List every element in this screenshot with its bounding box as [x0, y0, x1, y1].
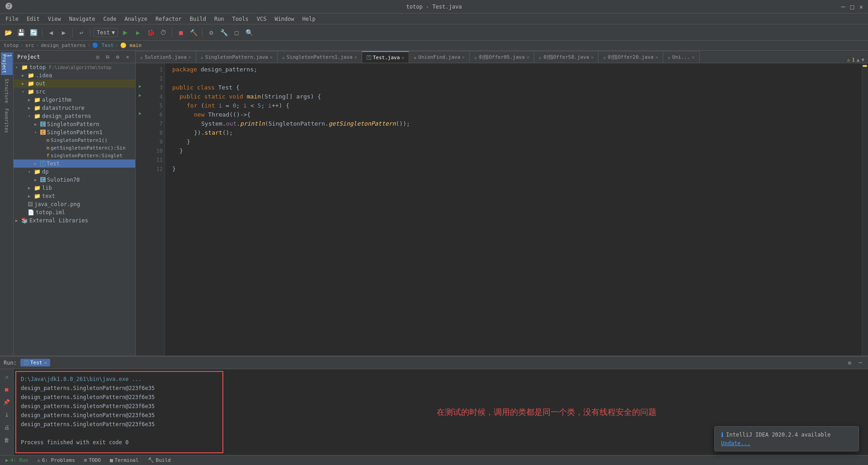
- tab-build[interactable]: 🔨 Build: [146, 457, 173, 463]
- run-print-button[interactable]: 🖨: [2, 423, 12, 432]
- sidebar-favorites-icon[interactable]: Favorites: [3, 107, 10, 135]
- tab-uni-close[interactable]: ✕: [692, 55, 695, 60]
- breadcrumb-main[interactable]: 🟡 main: [120, 42, 142, 48]
- menu-file[interactable]: File: [2, 15, 22, 23]
- tab-offer05[interactable]: ☕ 剑指Offer05.java ✕: [470, 51, 534, 63]
- tree-item-text[interactable]: ▶ 📁 text: [14, 192, 135, 200]
- run-minimize-button[interactable]: ─: [856, 359, 864, 367]
- run-line3-button[interactable]: ▶: [136, 81, 145, 90]
- tab-unionfind[interactable]: ☕ UnionFind.java ✕: [409, 51, 470, 63]
- tab-offer58-close[interactable]: ✕: [591, 55, 594, 60]
- menu-code[interactable]: Code: [100, 15, 120, 23]
- tree-item-field[interactable]: f singletonPattern:Singlet: [14, 152, 135, 160]
- right-scrollbar[interactable]: [862, 63, 868, 356]
- tab-singleton-close[interactable]: ✕: [270, 55, 273, 60]
- menu-help[interactable]: Help: [299, 15, 319, 23]
- stop-button[interactable]: ■: [175, 27, 186, 38]
- menu-edit[interactable]: Edit: [23, 15, 43, 23]
- tab-test[interactable]: 🅃 Test.java ✕: [362, 51, 410, 63]
- tree-item-totop[interactable]: ▾ 📁 totop F:\idea\algorithm\totop: [14, 63, 135, 71]
- tree-item-lib[interactable]: ▶ 📁 lib: [14, 184, 135, 192]
- tree-item-src[interactable]: ▾ 📁 src: [14, 88, 135, 96]
- tab-singleton-pattern[interactable]: ☕ SingletonPattern.java ✕: [196, 51, 278, 63]
- collapse-icon[interactable]: ⊟: [104, 53, 112, 61]
- tree-item-sulotion70[interactable]: ▶ 🅲 Sulotion70: [14, 176, 135, 184]
- sdk-button[interactable]: □: [231, 27, 242, 38]
- tree-item-method1[interactable]: m SingletonPattern1(): [14, 136, 135, 144]
- menu-vcs[interactable]: VCS: [253, 15, 270, 23]
- run-scroll-end-button[interactable]: ⤓: [2, 410, 12, 420]
- menu-tools[interactable]: Tools: [229, 15, 252, 23]
- menu-view[interactable]: View: [44, 15, 65, 23]
- menu-refactor[interactable]: Refactor: [152, 15, 185, 23]
- tab-offer20-close[interactable]: ✕: [656, 55, 658, 60]
- run-restart-button[interactable]: ↺: [2, 372, 12, 382]
- run-settings-button[interactable]: ⚙: [845, 359, 854, 367]
- run-clear-button[interactable]: 🗑: [2, 435, 12, 445]
- settings-button[interactable]: ⚙: [206, 27, 217, 38]
- breadcrumb-totop[interactable]: totop: [4, 42, 19, 48]
- back-button[interactable]: ◀: [46, 27, 57, 38]
- tree-item-singleton[interactable]: ▶ 🅲 SingletonPattern: [14, 120, 135, 128]
- code-editor[interactable]: ▶ ▶ ▶ 1 2 3 4 5 6 7 8 9 10 11 12: [136, 63, 868, 356]
- tree-item-datastructure[interactable]: ▶ 📁 datastructure: [14, 104, 135, 112]
- tree-item-singleton1[interactable]: ▾ 🅲 SingletonPattern1: [14, 128, 135, 136]
- run-button[interactable]: ▶: [120, 27, 131, 38]
- tree-item-algorithm[interactable]: ▶ 📁 algorithm: [14, 96, 135, 104]
- tree-item-test[interactable]: ▶ 🅃 Test: [14, 160, 135, 168]
- profile-button[interactable]: ⏱: [158, 27, 169, 38]
- tab-run[interactable]: ▶ 4: Run: [4, 457, 30, 463]
- code-editor-content[interactable]: package design_patterns; public class Te…: [165, 63, 862, 356]
- tree-item-java-color[interactable]: 🖼 java_color.png: [14, 200, 135, 208]
- save-button[interactable]: 💾: [15, 27, 26, 38]
- project-settings-icon[interactable]: ⚙: [113, 53, 122, 61]
- forward-button[interactable]: ▶: [58, 27, 69, 38]
- tab-todo[interactable]: ≡ TODO: [82, 457, 103, 463]
- tree-item-method2[interactable]: m getSingletonPattern():Sin: [14, 144, 135, 152]
- tab-offer58[interactable]: ☕ 剑指Offer58.java ✕: [534, 51, 599, 63]
- tab-problems[interactable]: ⚠ 6: Problems: [35, 457, 76, 463]
- breadcrumb-test[interactable]: 🔵 Test: [92, 42, 113, 48]
- search-everywhere-button[interactable]: 🔍: [244, 27, 255, 38]
- menu-build[interactable]: Build: [186, 15, 210, 23]
- tab-unionfind-close[interactable]: ✕: [462, 55, 465, 60]
- maximize-button[interactable]: □: [849, 4, 855, 10]
- run-line6-button[interactable]: ▶: [136, 108, 145, 117]
- tab-offer05-close[interactable]: ✕: [527, 55, 529, 60]
- breadcrumb-design-patterns[interactable]: design_patterns: [41, 42, 85, 48]
- menu-analyze[interactable]: Analyze: [121, 15, 151, 23]
- tools-button[interactable]: 🔧: [218, 27, 229, 38]
- run-tab[interactable]: 🅃 Test ✕: [20, 359, 51, 366]
- tree-item-iml[interactable]: 📄 totop.iml: [14, 208, 135, 216]
- tree-item-out[interactable]: ▶ 📁 out: [14, 80, 135, 88]
- tab-singleton1-close[interactable]: ✕: [354, 55, 357, 60]
- run-stop-button[interactable]: ■: [2, 385, 12, 395]
- run-config-dropdown[interactable]: Test ▼: [94, 28, 118, 37]
- tab-singleton1[interactable]: ☕ SingletonPattern1.java ✕: [278, 51, 362, 63]
- tab-sulotion5[interactable]: ☕ Sulotion5.java ✕: [136, 51, 196, 63]
- sidebar-structure-icon[interactable]: Structure: [3, 77, 10, 105]
- undo-button[interactable]: ↩: [76, 27, 87, 38]
- tree-item-ext-libs[interactable]: ▶ 📚 External Libraries: [14, 216, 135, 225]
- tab-offer20[interactable]: ☕ 剑指Offer20.java ✕: [599, 51, 663, 63]
- notification-update-link[interactable]: Update...: [721, 440, 750, 446]
- build-button[interactable]: 🔨: [188, 27, 199, 38]
- breadcrumb-src[interactable]: src: [25, 42, 34, 48]
- minimize-button[interactable]: ─: [840, 4, 846, 10]
- tab-uni[interactable]: ☕ Uni... ✕: [663, 51, 700, 63]
- locate-icon[interactable]: ◎: [94, 53, 102, 61]
- tab-test-close[interactable]: ✕: [401, 55, 404, 60]
- tree-item-dp[interactable]: ▾ 📁 dp: [14, 168, 135, 176]
- run-tab-close[interactable]: ✕: [44, 360, 47, 365]
- console-output[interactable]: D:\Java\jdk1.8.0_261\bin\java.exe ... de…: [16, 372, 222, 452]
- coverage-button[interactable]: ▶: [132, 27, 143, 38]
- scroll-up-icon[interactable]: ▲: [857, 57, 860, 63]
- sync-button[interactable]: 🔄: [28, 27, 39, 38]
- sidebar-project-icon[interactable]: 1Project: [1, 52, 13, 75]
- run-line4-button[interactable]: ▶: [136, 90, 145, 99]
- tab-terminal[interactable]: ▦ Terminal: [108, 457, 141, 463]
- menu-navigate[interactable]: Navigate: [66, 15, 99, 23]
- open-file-button[interactable]: 📂: [3, 27, 14, 38]
- close-project-icon[interactable]: ✕: [123, 53, 132, 61]
- menu-run[interactable]: Run: [211, 15, 228, 23]
